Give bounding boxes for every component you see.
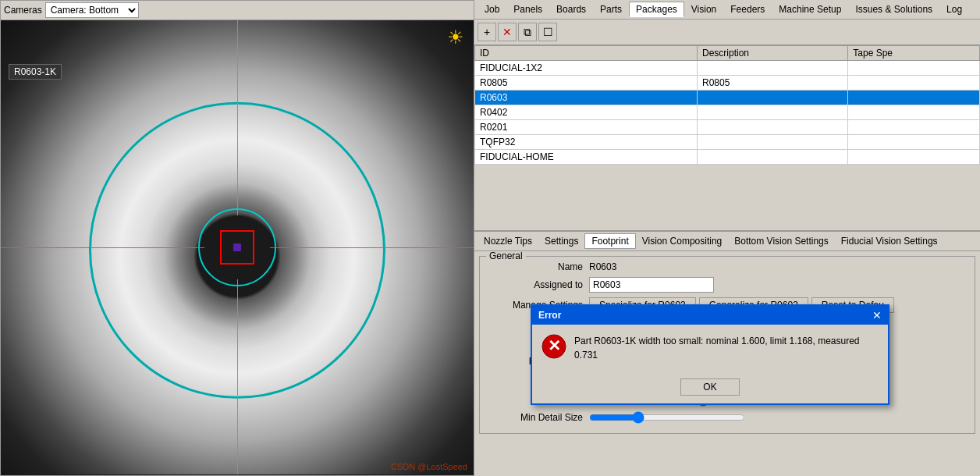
sub-tab-fiducial-vision[interactable]: Fiducial Vision Settings [835, 234, 944, 248]
cell-desc [698, 150, 848, 165]
assigned-to-row: Assigned to [488, 277, 967, 293]
cell-id: R0402 [475, 105, 698, 120]
cell-tape [848, 61, 980, 76]
table-row[interactable]: TQFP32 [475, 135, 980, 150]
tab-log[interactable]: Log [939, 2, 969, 17]
cell-tape [848, 135, 980, 150]
cell-desc [698, 61, 848, 76]
main-tab-bar: Job Panels Boards Parts Packages Vision … [474, 0, 980, 20]
col-id: ID [475, 46, 698, 61]
watermark: CSDN @LostSpeed [391, 462, 467, 471]
dialog-title: Error [538, 310, 561, 321]
component-label: R0603-1K [9, 64, 62, 80]
cell-tape [848, 120, 980, 135]
tab-machine-setup[interactable]: Machine Setup [772, 2, 848, 17]
camera-panel: Cameras Camera: Bottom R0603-1K ☀ CSDN @… [0, 0, 474, 476]
sub-tab-footprint[interactable]: Footprint [584, 233, 635, 249]
cell-tape [848, 150, 980, 165]
cell-id: FIDUCIAL-1X2 [475, 61, 698, 76]
brightness-icon[interactable]: ☀ [447, 27, 464, 48]
cell-desc [698, 91, 848, 105]
cell-desc [698, 135, 848, 150]
cell-tape [848, 105, 980, 120]
cell-id: FIDUCIAL-HOME [475, 150, 698, 165]
tab-boards[interactable]: Boards [549, 2, 593, 17]
tab-feeders[interactable]: Feeders [723, 2, 772, 17]
cell-id: R0201 [475, 120, 698, 135]
dialog-footer: OK [532, 374, 888, 403]
table-row[interactable]: R0201 [475, 120, 980, 135]
toolbar: + ✕ ⧉ ☐ [474, 20, 980, 45]
name-label: Name [488, 261, 589, 272]
cell-tape [848, 91, 980, 105]
sub-tab-bottom-vision[interactable]: Bottom Vision Settings [728, 234, 835, 248]
delete-button[interactable]: ✕ [498, 23, 517, 41]
copy-button[interactable]: ⧉ [518, 23, 537, 41]
col-tape: Tape Spe [848, 46, 980, 61]
table-row-selected[interactable]: R0603 [475, 91, 980, 105]
dialog-title-bar: Error ✕ [532, 306, 888, 325]
min-detail-slider-container [589, 411, 745, 424]
crosshair-h-right [270, 247, 474, 248]
crosshair-v-top [237, 20, 238, 215]
assigned-to-label: Assigned to [488, 279, 589, 290]
tab-parts[interactable]: Parts [593, 2, 629, 17]
min-detail-row: Min Detail Size [488, 411, 967, 424]
error-icon: ✕ [541, 334, 566, 364]
tab-job[interactable]: Job [478, 2, 506, 17]
tab-panels[interactable]: Panels [506, 2, 549, 17]
table-row[interactable]: R0805 R0805 [475, 76, 980, 91]
paste-button[interactable]: ☐ [538, 23, 557, 41]
col-description: Description [698, 46, 848, 61]
packages-table-wrapper: ID Description Tape Spe FIDUCIAL-1X2 R08 [474, 45, 980, 230]
svg-text:✕: ✕ [548, 337, 561, 354]
camera-select[interactable]: Camera: Bottom [45, 2, 139, 18]
camera-section-label: Cameras [4, 5, 42, 16]
cell-id: R0805 [475, 76, 698, 91]
name-value: R0603 [589, 261, 616, 272]
sub-tab-bar: Nozzle Tips Settings Footprint Vision Co… [474, 232, 980, 251]
crosshair-h-left [1, 247, 204, 248]
name-row: Name R0603 [488, 261, 967, 272]
sub-tab-nozzle-tips[interactable]: Nozzle Tips [478, 234, 538, 248]
general-group-label: General [486, 251, 526, 261]
error-dialog: Error ✕ ✕ Part R0603-1K width too small:… [531, 304, 889, 405]
cell-tape [848, 76, 980, 91]
component-dot [233, 243, 241, 251]
table-row[interactable]: FIDUCIAL-1X2 [475, 61, 980, 76]
ok-button[interactable]: OK [680, 378, 739, 396]
crosshair-v-bottom [237, 279, 238, 474]
tab-packages[interactable]: Packages [629, 2, 684, 17]
table-row[interactable]: FIDUCIAL-HOME [475, 150, 980, 165]
assigned-to-input[interactable] [589, 277, 714, 293]
top-content: + ✕ ⧉ ☐ ID Description Tape Spe [474, 20, 980, 230]
table-row[interactable]: R0402 [475, 105, 980, 120]
tab-vision[interactable]: Vision [684, 2, 723, 17]
min-detail-slider[interactable] [589, 411, 745, 424]
dialog-message: Part R0603-1K width too small: nominal 1… [574, 334, 879, 362]
cell-id: TQFP32 [475, 135, 698, 150]
min-detail-label: Min Detail Size [488, 412, 589, 423]
tab-issues[interactable]: Issues & Solutions [848, 2, 939, 17]
add-button[interactable]: + [478, 23, 496, 41]
dialog-close-button[interactable]: ✕ [872, 309, 882, 321]
camera-header: Cameras Camera: Bottom [1, 1, 474, 20]
camera-view: R0603-1K ☀ CSDN @LostSpeed [1, 20, 474, 474]
cell-desc [698, 105, 848, 120]
cell-id: R0603 [475, 91, 698, 105]
dialog-body: ✕ Part R0603-1K width too small: nominal… [532, 325, 888, 374]
sub-tab-vision-compositing[interactable]: Vision Compositing [636, 234, 729, 248]
cell-desc [698, 120, 848, 135]
cell-desc: R0805 [698, 76, 848, 91]
sub-tab-settings[interactable]: Settings [538, 234, 584, 248]
packages-table: ID Description Tape Spe FIDUCIAL-1X2 R08 [474, 45, 980, 165]
